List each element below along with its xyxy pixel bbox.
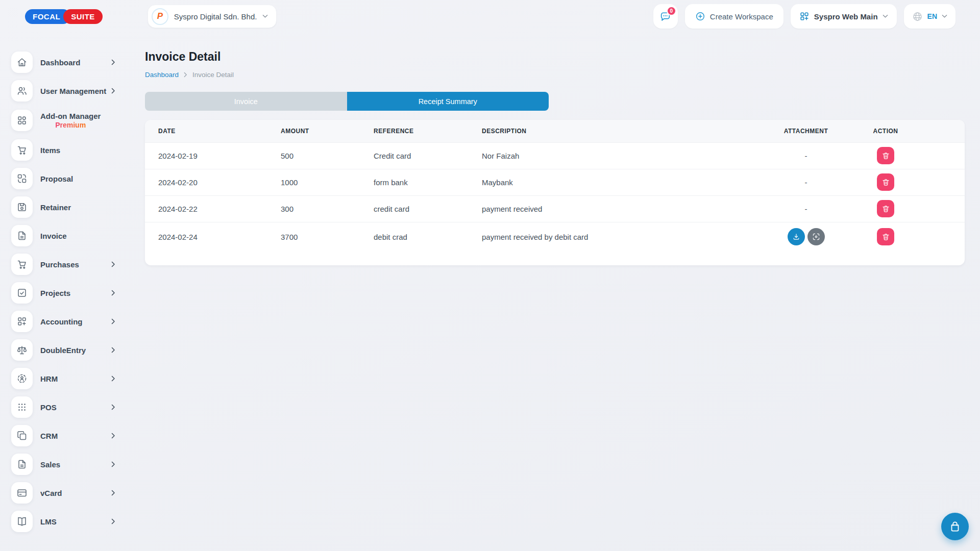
scale-icon <box>16 344 28 356</box>
sidebar-item-label: Retainer <box>40 203 71 212</box>
tab-bar: Invoice Receipt Summary <box>145 92 549 111</box>
cell-action <box>849 169 922 195</box>
plus-circle-icon <box>695 11 705 21</box>
trash-icon <box>881 205 890 213</box>
cell-reference: debit crad <box>374 222 482 252</box>
sidebar-item-user-management[interactable]: User Management <box>0 77 133 105</box>
sidebar: Dashboard User Management Add-on Manager… <box>0 33 133 536</box>
sidebar-item-label: LMS <box>40 517 57 526</box>
cell-attachment: - <box>763 195 849 222</box>
table-row: 2024-02-22 300 credit card payment recei… <box>145 195 965 222</box>
globe-icon <box>912 11 923 22</box>
dots-grid-icon <box>16 402 28 413</box>
sidebar-item-vcard[interactable]: vCard <box>0 479 133 507</box>
cell-attachment: - <box>763 169 849 195</box>
chevron-right-icon <box>111 261 115 267</box>
sidebar-item-crm[interactable]: CRM <box>0 421 133 450</box>
save-icon <box>16 202 28 213</box>
download-attachment-button[interactable] <box>788 228 805 245</box>
sidebar-item-doubleentry[interactable]: DoubleEntry <box>0 336 133 364</box>
sidebar-item-proposal[interactable]: Proposal <box>0 164 133 193</box>
cell-description: payment received <box>482 195 763 222</box>
book-icon <box>16 516 28 527</box>
workspace-avatar-letter: P <box>157 11 163 21</box>
create-workspace-label: Create Workspace <box>710 12 773 21</box>
sidebar-item-label: vCard <box>40 489 62 497</box>
tab-invoice[interactable]: Invoice <box>145 92 347 111</box>
preview-attachment-button[interactable] <box>807 228 825 245</box>
delete-button[interactable] <box>877 200 894 217</box>
workspace-name: Syspro Digital Sdn. Bhd. <box>174 12 257 21</box>
sidebar-icon-tile <box>11 511 33 532</box>
home-icon <box>16 57 28 68</box>
app-switcher[interactable]: Syspro Web Main <box>791 4 897 29</box>
cart-fab-button[interactable] <box>941 513 969 540</box>
delete-button[interactable] <box>877 228 894 245</box>
sidebar-item-label: Proposal <box>40 174 73 183</box>
sidebar-item-lms[interactable]: LMS <box>0 507 133 536</box>
workspace-selector[interactable]: P Syspro Digital Sdn. Bhd. <box>148 5 277 28</box>
chevron-down-icon <box>942 14 947 18</box>
create-workspace-button[interactable]: Create Workspace <box>685 4 783 29</box>
header-action: ACTION <box>849 120 922 142</box>
sidebar-icon-tile <box>11 396 33 418</box>
sidebar-item-pos[interactable]: POS <box>0 393 133 421</box>
app-logo: FOCAL SUITE <box>25 9 103 24</box>
chevron-right-icon <box>111 59 115 65</box>
table-header-row: DATE AMOUNT REFERENCE DESCRIPTION ATTACH… <box>145 120 965 142</box>
sidebar-item-label: Purchases <box>40 260 79 269</box>
sidebar-item-label: DoubleEntry <box>40 346 86 355</box>
sidebar-item-dashboard[interactable]: Dashboard <box>0 48 133 77</box>
trash-icon <box>881 178 890 187</box>
sidebar-item-purchases[interactable]: Purchases <box>0 250 133 279</box>
sidebar-item-accounting[interactable]: Accounting <box>0 307 133 336</box>
delete-button[interactable] <box>877 173 894 191</box>
sidebar-icon-tile <box>11 196 33 218</box>
sidebar-item-hrm[interactable]: HRM <box>0 364 133 393</box>
cart-icon <box>16 259 28 270</box>
document-icon <box>16 230 28 241</box>
sidebar-item-addon-manager[interactable]: Add-on Manager Premium <box>0 105 133 136</box>
shopping-bag-icon <box>948 520 962 533</box>
sidebar-icon-tile <box>11 110 33 131</box>
trash-icon <box>881 233 890 241</box>
sidebar-icon-tile <box>11 311 33 332</box>
delete-button[interactable] <box>877 147 894 164</box>
sidebar-item-projects[interactable]: Projects <box>0 279 133 307</box>
sidebar-item-label: Invoice <box>40 232 67 240</box>
cell-attachment: - <box>763 142 849 169</box>
receipt-table-card: DATE AMOUNT REFERENCE DESCRIPTION ATTACH… <box>145 120 965 265</box>
receipt-table: DATE AMOUNT REFERENCE DESCRIPTION ATTACH… <box>145 120 965 252</box>
chevron-right-icon <box>111 375 115 382</box>
sidebar-item-items[interactable]: Items <box>0 136 133 164</box>
table-row: 2024-02-24 3700 debit crad payment recei… <box>145 222 965 252</box>
sidebar-icon-tile <box>11 425 33 446</box>
cell-reference: form bank <box>374 169 482 195</box>
chevron-right-icon <box>111 433 115 439</box>
sidebar-item-label: POS <box>40 403 57 412</box>
scan-icon <box>812 233 820 241</box>
workspace-avatar: P <box>152 8 168 25</box>
sidebar-icon-tile <box>11 282 33 304</box>
swap-boxes-icon <box>16 173 28 184</box>
chevron-right-icon <box>111 518 115 524</box>
sidebar-item-invoice[interactable]: Invoice <box>0 221 133 250</box>
tab-receipt-summary[interactable]: Receipt Summary <box>347 92 549 111</box>
cell-reference: Credit card <box>374 142 482 169</box>
messages-button[interactable]: 0 <box>653 4 678 29</box>
sidebar-item-sales[interactable]: Sales <box>0 450 133 479</box>
chat-badge: 0 <box>667 6 676 16</box>
copy-icon <box>16 430 28 441</box>
cell-date: 2024-02-22 <box>145 195 281 222</box>
cell-amount: 1000 <box>281 169 374 195</box>
header-spacer <box>922 120 965 142</box>
cell-action <box>849 142 922 169</box>
language-selector[interactable]: EN <box>904 4 955 29</box>
breadcrumb-dashboard-link[interactable]: Dashboard <box>145 71 179 79</box>
topbar-actions: 0 Create Workspace Syspro Web Main EN <box>653 4 955 29</box>
check-square-icon <box>16 287 28 298</box>
sidebar-item-retainer[interactable]: Retainer <box>0 193 133 221</box>
sidebar-item-label: User Management <box>40 87 106 95</box>
breadcrumb: Dashboard Invoice Detail <box>145 71 965 79</box>
cell-action <box>849 222 922 252</box>
